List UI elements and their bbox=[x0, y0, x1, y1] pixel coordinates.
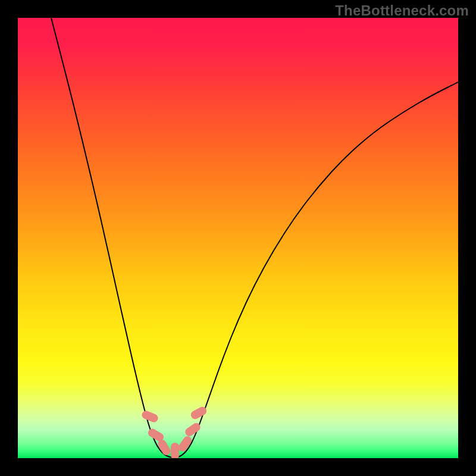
bottleneck-curve bbox=[18, 18, 458, 458]
watermark-text: TheBottleneck.com bbox=[335, 2, 469, 19]
chain-link-4 bbox=[171, 443, 179, 458]
plot-area bbox=[18, 18, 458, 458]
chart-frame: TheBottleneck.com bbox=[0, 0, 476, 476]
